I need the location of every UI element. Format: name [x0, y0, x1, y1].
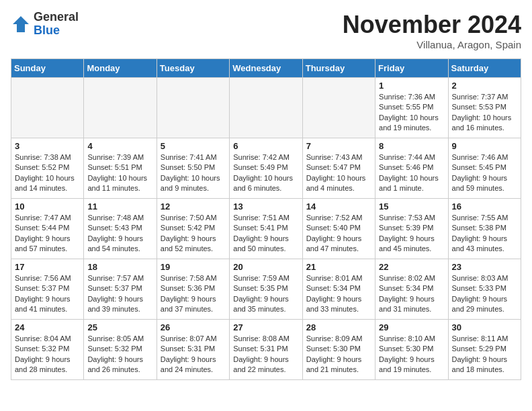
calendar-day-cell: 1Sunrise: 7:36 AM Sunset: 5:55 PM Daylig…	[375, 78, 448, 138]
day-info: Sunrise: 7:57 AM Sunset: 5:37 PM Dayligh…	[87, 273, 152, 315]
calendar-day-cell: 3Sunrise: 7:38 AM Sunset: 5:52 PM Daylig…	[11, 138, 84, 199]
day-number: 15	[379, 201, 444, 212]
title-block: November 2024 Villanua, Aragon, Spain	[343, 11, 521, 50]
calendar-day-cell: 7Sunrise: 7:43 AM Sunset: 5:47 PM Daylig…	[302, 138, 375, 199]
day-info: Sunrise: 7:46 AM Sunset: 5:45 PM Dayligh…	[452, 152, 517, 194]
calendar-table: SundayMondayTuesdayWednesdayThursdayFrid…	[11, 58, 521, 380]
calendar-day-cell: 28Sunrise: 8:09 AM Sunset: 5:30 PM Dayli…	[302, 320, 375, 380]
day-number: 19	[161, 262, 226, 272]
day-number: 13	[233, 201, 298, 212]
day-info: Sunrise: 8:03 AM Sunset: 5:33 PM Dayligh…	[452, 273, 517, 315]
calendar-day-cell: 25Sunrise: 8:05 AM Sunset: 5:32 PM Dayli…	[84, 320, 157, 380]
weekday-header: Sunday	[11, 59, 84, 78]
calendar-day-cell	[84, 78, 157, 138]
day-info: Sunrise: 7:39 AM Sunset: 5:51 PM Dayligh…	[87, 152, 152, 194]
day-number: 28	[306, 322, 371, 332]
calendar-day-cell: 9Sunrise: 7:46 AM Sunset: 5:45 PM Daylig…	[448, 138, 521, 199]
day-number: 16	[452, 201, 517, 212]
calendar-day-cell: 4Sunrise: 7:39 AM Sunset: 5:51 PM Daylig…	[84, 138, 157, 199]
logo-general-text: General	[34, 10, 79, 24]
day-number: 21	[306, 262, 371, 272]
calendar-day-cell: 6Sunrise: 7:42 AM Sunset: 5:49 PM Daylig…	[230, 138, 302, 199]
day-number: 25	[87, 322, 152, 332]
calendar-day-cell: 19Sunrise: 7:58 AM Sunset: 5:36 PM Dayli…	[157, 259, 229, 320]
day-info: Sunrise: 7:44 AM Sunset: 5:46 PM Dayligh…	[379, 152, 444, 194]
calendar-week-row: 17Sunrise: 7:56 AM Sunset: 5:37 PM Dayli…	[11, 259, 521, 320]
day-number: 29	[379, 322, 444, 332]
calendar-day-cell: 10Sunrise: 7:47 AM Sunset: 5:44 PM Dayli…	[11, 199, 84, 259]
calendar-day-cell: 2Sunrise: 7:37 AM Sunset: 5:53 PM Daylig…	[448, 78, 521, 138]
day-info: Sunrise: 7:48 AM Sunset: 5:43 PM Dayligh…	[87, 213, 152, 255]
day-info: Sunrise: 7:47 AM Sunset: 5:44 PM Dayligh…	[15, 213, 80, 255]
logo: General Blue	[11, 11, 79, 38]
day-info: Sunrise: 8:11 AM Sunset: 5:29 PM Dayligh…	[452, 334, 517, 375]
calendar-week-row: 1Sunrise: 7:36 AM Sunset: 5:55 PM Daylig…	[11, 78, 521, 138]
day-info: Sunrise: 7:55 AM Sunset: 5:38 PM Dayligh…	[452, 213, 517, 255]
logo-icon	[11, 14, 31, 34]
calendar-day-cell: 23Sunrise: 8:03 AM Sunset: 5:33 PM Dayli…	[448, 259, 521, 320]
month-title: November 2024	[343, 11, 521, 39]
day-info: Sunrise: 7:50 AM Sunset: 5:42 PM Dayligh…	[161, 213, 226, 255]
day-number: 23	[452, 262, 517, 272]
day-number: 20	[233, 262, 298, 272]
calendar-week-row: 10Sunrise: 7:47 AM Sunset: 5:44 PM Dayli…	[11, 199, 521, 259]
day-info: Sunrise: 8:04 AM Sunset: 5:32 PM Dayligh…	[15, 334, 80, 375]
calendar-day-cell: 22Sunrise: 8:02 AM Sunset: 5:34 PM Dayli…	[375, 259, 448, 320]
calendar-day-cell: 30Sunrise: 8:11 AM Sunset: 5:29 PM Dayli…	[448, 320, 521, 380]
weekday-header: Saturday	[448, 59, 521, 78]
day-number: 12	[161, 201, 226, 212]
day-info: Sunrise: 8:09 AM Sunset: 5:30 PM Dayligh…	[306, 334, 371, 375]
day-info: Sunrise: 7:53 AM Sunset: 5:39 PM Dayligh…	[379, 213, 444, 255]
day-number: 8	[379, 141, 444, 151]
calendar-day-cell: 18Sunrise: 7:57 AM Sunset: 5:37 PM Dayli…	[84, 259, 157, 320]
day-info: Sunrise: 7:37 AM Sunset: 5:53 PM Dayligh…	[452, 92, 517, 134]
day-info: Sunrise: 7:42 AM Sunset: 5:49 PM Dayligh…	[233, 152, 298, 194]
calendar-day-cell: 13Sunrise: 7:51 AM Sunset: 5:41 PM Dayli…	[230, 199, 302, 259]
day-info: Sunrise: 8:07 AM Sunset: 5:31 PM Dayligh…	[161, 334, 226, 375]
day-number: 9	[452, 141, 517, 151]
day-info: Sunrise: 7:51 AM Sunset: 5:41 PM Dayligh…	[233, 213, 298, 255]
day-info: Sunrise: 7:58 AM Sunset: 5:36 PM Dayligh…	[161, 273, 226, 315]
page-header: General Blue November 2024 Villanua, Ara…	[11, 11, 521, 50]
day-info: Sunrise: 8:05 AM Sunset: 5:32 PM Dayligh…	[87, 334, 152, 375]
day-number: 14	[306, 201, 371, 212]
day-info: Sunrise: 8:08 AM Sunset: 5:31 PM Dayligh…	[233, 334, 298, 375]
calendar-day-cell: 17Sunrise: 7:56 AM Sunset: 5:37 PM Dayli…	[11, 259, 84, 320]
day-info: Sunrise: 7:56 AM Sunset: 5:37 PM Dayligh…	[15, 273, 80, 315]
calendar-day-cell	[11, 78, 84, 138]
weekday-header: Tuesday	[157, 59, 229, 78]
day-info: Sunrise: 7:52 AM Sunset: 5:40 PM Dayligh…	[306, 213, 371, 255]
calendar-day-cell: 5Sunrise: 7:41 AM Sunset: 5:50 PM Daylig…	[157, 138, 229, 199]
calendar-day-cell: 16Sunrise: 7:55 AM Sunset: 5:38 PM Dayli…	[448, 199, 521, 259]
day-number: 22	[379, 262, 444, 272]
day-number: 10	[15, 201, 80, 212]
calendar-day-cell	[230, 78, 302, 138]
day-number: 1	[379, 81, 444, 91]
day-number: 2	[452, 81, 517, 91]
logo-blue-text: Blue	[34, 24, 60, 37]
calendar-week-row: 24Sunrise: 8:04 AM Sunset: 5:32 PM Dayli…	[11, 320, 521, 380]
day-number: 3	[15, 141, 80, 151]
day-info: Sunrise: 8:01 AM Sunset: 5:34 PM Dayligh…	[306, 273, 371, 315]
day-number: 4	[87, 141, 152, 151]
location-text: Villanua, Aragon, Spain	[343, 39, 521, 50]
svg-marker-0	[13, 16, 29, 32]
calendar-day-cell: 27Sunrise: 8:08 AM Sunset: 5:31 PM Dayli…	[230, 320, 302, 380]
day-info: Sunrise: 8:10 AM Sunset: 5:30 PM Dayligh…	[379, 334, 444, 375]
day-info: Sunrise: 7:59 AM Sunset: 5:35 PM Dayligh…	[233, 273, 298, 315]
day-number: 6	[233, 141, 298, 151]
day-info: Sunrise: 7:36 AM Sunset: 5:55 PM Dayligh…	[379, 92, 444, 134]
day-number: 27	[233, 322, 298, 332]
calendar-day-cell: 11Sunrise: 7:48 AM Sunset: 5:43 PM Dayli…	[84, 199, 157, 259]
calendar-day-cell: 24Sunrise: 8:04 AM Sunset: 5:32 PM Dayli…	[11, 320, 84, 380]
calendar-day-cell: 29Sunrise: 8:10 AM Sunset: 5:30 PM Dayli…	[375, 320, 448, 380]
calendar-day-cell: 8Sunrise: 7:44 AM Sunset: 5:46 PM Daylig…	[375, 138, 448, 199]
calendar-day-cell: 12Sunrise: 7:50 AM Sunset: 5:42 PM Dayli…	[157, 199, 229, 259]
calendar-day-cell: 14Sunrise: 7:52 AM Sunset: 5:40 PM Dayli…	[302, 199, 375, 259]
weekday-header: Wednesday	[230, 59, 302, 78]
day-info: Sunrise: 7:38 AM Sunset: 5:52 PM Dayligh…	[15, 152, 80, 194]
weekday-header: Thursday	[302, 59, 375, 78]
weekday-header: Friday	[375, 59, 448, 78]
calendar-day-cell: 15Sunrise: 7:53 AM Sunset: 5:39 PM Dayli…	[375, 199, 448, 259]
day-info: Sunrise: 7:41 AM Sunset: 5:50 PM Dayligh…	[161, 152, 226, 194]
